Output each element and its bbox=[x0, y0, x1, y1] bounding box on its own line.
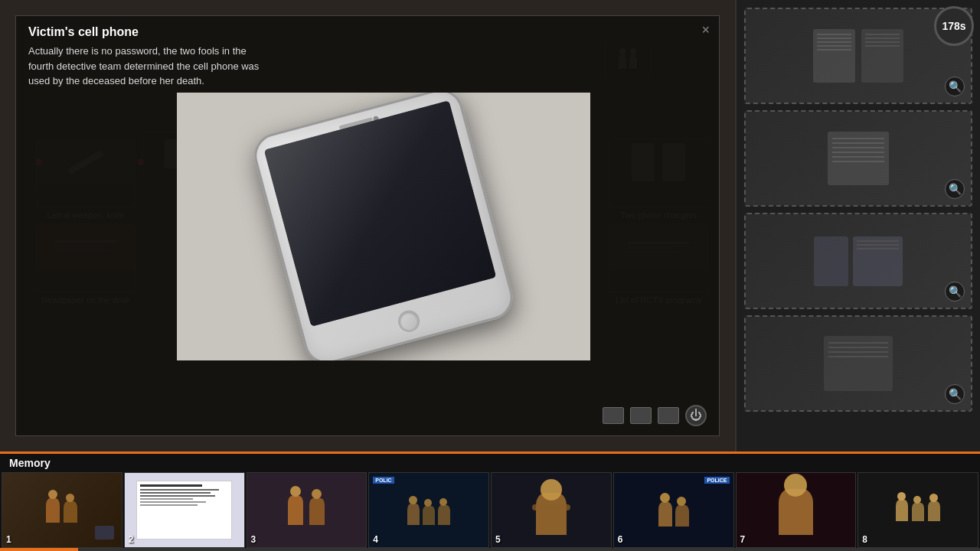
timer-badge: 178s bbox=[934, 6, 974, 46]
timer-value: 178s bbox=[942, 20, 965, 32]
evidence-card-3[interactable]: 🔍 bbox=[744, 213, 972, 309]
memory-label: Memory bbox=[0, 454, 980, 472]
memory-strip: Memory 1 bbox=[0, 452, 980, 551]
thumbnail-5[interactable]: 5 bbox=[491, 472, 612, 548]
right-panel: 🔍 🔍 bbox=[735, 0, 980, 452]
thumb-number-3: 3 bbox=[251, 534, 256, 545]
thumb-number-1: 1 bbox=[6, 534, 11, 545]
thumb-number-5: 5 bbox=[495, 534, 501, 545]
popup-title: Victim's cell phone bbox=[16, 16, 719, 44]
thumbnail-3[interactable]: 3 bbox=[247, 472, 368, 548]
magnify-icon-1[interactable]: 🔍 bbox=[945, 77, 965, 96]
thumb-number-6: 6 bbox=[618, 534, 623, 545]
phone-image bbox=[250, 93, 518, 360]
thumbnail-8[interactable]: 8 bbox=[858, 472, 978, 548]
thumbnail-2[interactable]: 2 bbox=[124, 472, 245, 548]
magnify-icon-4[interactable]: 🔍 bbox=[945, 384, 965, 404]
thumb-number-4: 4 bbox=[373, 534, 378, 545]
magnify-icon-2[interactable]: 🔍 bbox=[945, 179, 965, 199]
evidence-card-2[interactable]: 🔍 bbox=[744, 110, 972, 207]
thumb-number-8: 8 bbox=[862, 534, 867, 545]
nav-left-button[interactable] bbox=[603, 407, 624, 424]
magnify-icon-3[interactable]: 🔍 bbox=[945, 282, 965, 302]
right-panel-wrapper: 178s 🔍 bbox=[735, 0, 980, 452]
thumbnails-row: 1 2 bbox=[0, 472, 980, 551]
evidence-board: Lethal weapon: knife Newspaper on the de… bbox=[0, 0, 735, 452]
popup-close-button[interactable]: × bbox=[701, 22, 710, 38]
thumbnail-1[interactable]: 1 bbox=[2, 472, 122, 548]
thumb-number-7: 7 bbox=[740, 534, 746, 545]
popup-image bbox=[177, 93, 590, 360]
popup-description: Actually there is no password, the two f… bbox=[16, 44, 284, 96]
popup-overlay: × Victim's cell phone Actually there is … bbox=[15, 15, 720, 436]
nav-center-button[interactable] bbox=[630, 407, 652, 424]
nav-right-button[interactable] bbox=[658, 407, 679, 424]
power-button[interactable]: ⏻ bbox=[685, 405, 707, 426]
thumbnail-4[interactable]: POLIC 4 bbox=[368, 472, 489, 548]
thumbnail-7[interactable]: 7 bbox=[736, 472, 857, 548]
thumbnail-6[interactable]: POLICE 6 bbox=[613, 472, 734, 548]
thumb-number-2: 2 bbox=[129, 534, 134, 545]
evidence-card-4[interactable]: 🔍 bbox=[744, 315, 972, 412]
popup-toolbar: ⏻ bbox=[603, 405, 707, 426]
